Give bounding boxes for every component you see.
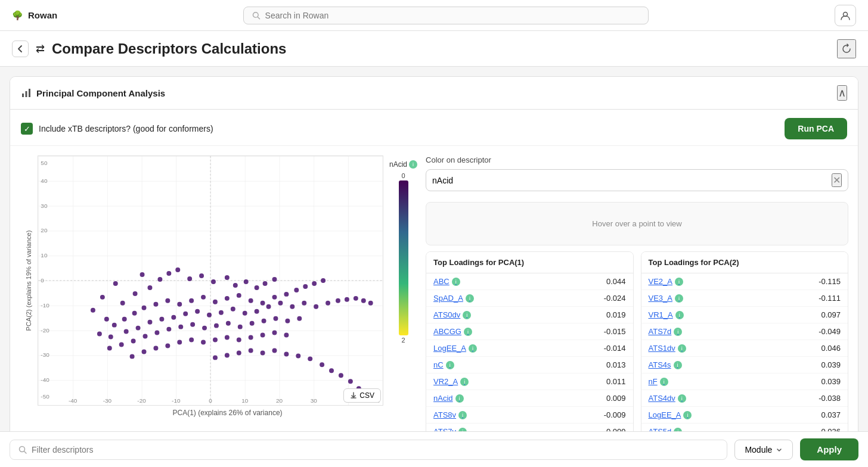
svg-point-128 bbox=[237, 350, 241, 355]
svg-text:50: 50 bbox=[41, 160, 48, 166]
svg-point-53 bbox=[142, 306, 147, 310]
svg-point-55 bbox=[165, 298, 170, 303]
filter-descriptors-input[interactable] bbox=[32, 445, 718, 454]
loading-name[interactable]: VE3_A i bbox=[649, 294, 683, 303]
svg-point-40 bbox=[187, 276, 192, 281]
loading-name[interactable]: VR2_A i bbox=[433, 377, 469, 386]
pca-body: PCA(2) (explains 19% of variance) bbox=[10, 146, 858, 450]
back-button[interactable] bbox=[12, 41, 29, 57]
loading-name[interactable]: LogEE_A i bbox=[649, 410, 692, 419]
color-descriptor-input[interactable] bbox=[432, 176, 832, 185]
loading-name[interactable]: VR1_A i bbox=[649, 310, 684, 319]
info-icon[interactable]: i bbox=[455, 394, 464, 403]
loading-name[interactable]: ATS0dv i bbox=[433, 310, 471, 319]
svg-point-77 bbox=[183, 312, 188, 316]
info-icon[interactable]: i bbox=[683, 411, 692, 419]
svg-point-30 bbox=[140, 272, 145, 277]
info-icon[interactable]: i bbox=[460, 378, 469, 386]
loading-value: 0.013 bbox=[606, 360, 626, 369]
svg-point-64 bbox=[272, 295, 277, 300]
search-bar[interactable] bbox=[243, 7, 649, 24]
loading-name[interactable]: ATS1dv i bbox=[649, 344, 686, 353]
loading-name[interactable]: VE2_A i bbox=[649, 277, 683, 286]
info-icon[interactable]: i bbox=[446, 361, 454, 369]
loading-name[interactable]: SpAD_A i bbox=[433, 294, 474, 303]
svg-point-83 bbox=[255, 309, 259, 314]
loadings-pca1-list: ABC i 0.044 SpAD_A i -0.024 ATS0dv i 0.0… bbox=[426, 273, 633, 440]
info-icon[interactable]: i bbox=[452, 278, 460, 286]
svg-point-125 bbox=[284, 333, 289, 338]
table-row: LogEE_A i -0.014 bbox=[426, 340, 633, 357]
loading-name[interactable]: nC i bbox=[433, 360, 454, 369]
info-icon[interactable]: i bbox=[469, 344, 477, 353]
info-icon[interactable]: i bbox=[464, 328, 472, 336]
page-header: ⇄ Compare Descriptors Calculations bbox=[0, 31, 868, 67]
chart-area: PCA(2) (explains 19% of variance) bbox=[20, 155, 417, 440]
refresh-button[interactable] bbox=[837, 39, 856, 58]
svg-point-75 bbox=[159, 317, 164, 322]
info-icon[interactable]: i bbox=[678, 394, 686, 403]
info-icon[interactable]: i bbox=[674, 328, 682, 336]
loadings-pca1-table: Top Loadings for PCA(1) ABC i 0.044 SpAD… bbox=[426, 251, 633, 440]
loading-name[interactable]: ATS7d i bbox=[649, 327, 683, 336]
table-row: nF i 0.039 bbox=[641, 373, 848, 390]
table-row: ATS4s i 0.039 bbox=[641, 357, 848, 373]
info-icon[interactable]: i bbox=[675, 278, 683, 286]
loading-name[interactable]: ATS4dv i bbox=[649, 394, 686, 403]
table-row: ATS0dv i 0.019 bbox=[426, 307, 633, 323]
info-icon[interactable]: i bbox=[463, 311, 471, 319]
info-icon[interactable]: i bbox=[675, 311, 684, 319]
loading-name[interactable]: nAcid i bbox=[433, 394, 464, 403]
loadings-row: Top Loadings for PCA(1) ABC i 0.044 SpAD… bbox=[426, 251, 848, 440]
search-icon bbox=[252, 11, 261, 20]
info-icon[interactable]: i bbox=[678, 344, 686, 353]
svg-point-122 bbox=[249, 335, 253, 340]
svg-point-135 bbox=[320, 362, 324, 367]
svg-point-62 bbox=[249, 298, 253, 303]
search-input[interactable] bbox=[265, 11, 640, 20]
svg-point-73 bbox=[136, 326, 141, 331]
svg-point-120 bbox=[225, 335, 230, 340]
info-icon[interactable]: i bbox=[674, 361, 682, 369]
info-icon[interactable]: i bbox=[675, 294, 683, 303]
svg-point-137 bbox=[339, 373, 343, 378]
svg-point-35 bbox=[133, 291, 138, 296]
loading-name[interactable]: ATS8v i bbox=[433, 410, 467, 419]
compare-icon: ⇄ bbox=[36, 42, 45, 55]
info-icon[interactable]: i bbox=[466, 294, 474, 303]
loading-name[interactable]: ABCGG i bbox=[433, 327, 472, 336]
svg-point-92 bbox=[354, 296, 358, 301]
apply-button[interactable]: Apply bbox=[800, 438, 858, 460]
svg-point-110 bbox=[285, 319, 290, 323]
loading-name[interactable]: ABC i bbox=[433, 277, 460, 286]
scatter-chart: 0 -40 -30 -20 -10 10 20 30 40 50 0 10 bbox=[38, 155, 383, 406]
svg-point-87 bbox=[302, 301, 306, 306]
include-xtb-checkbox[interactable]: ✓ Include xTB descriptors? (good for con… bbox=[21, 123, 213, 135]
table-row: VR1_A i 0.097 bbox=[641, 307, 848, 323]
svg-point-105 bbox=[226, 321, 231, 326]
svg-text:20: 20 bbox=[276, 397, 283, 404]
svg-point-54 bbox=[153, 302, 158, 307]
collapse-button[interactable]: ∧ bbox=[837, 85, 847, 101]
svg-point-59 bbox=[213, 300, 218, 304]
pca-panel-header: Principal Component Analysis ∧ bbox=[10, 77, 858, 110]
csv-download-button[interactable]: CSV bbox=[343, 388, 381, 403]
loading-name[interactable]: LogEE_A i bbox=[433, 344, 477, 353]
avatar-button[interactable] bbox=[835, 5, 856, 26]
svg-point-85 bbox=[278, 301, 283, 306]
table-row: ABC i 0.044 bbox=[426, 273, 633, 290]
clear-descriptor-button[interactable]: ✕ bbox=[832, 173, 842, 187]
color-descriptor-label: Color on descriptor bbox=[426, 155, 848, 164]
filter-input-wrap[interactable] bbox=[10, 440, 727, 460]
module-button[interactable]: Module bbox=[734, 440, 793, 460]
loading-name[interactable]: ATS4s i bbox=[649, 360, 682, 369]
svg-point-109 bbox=[273, 316, 278, 321]
loading-name[interactable]: nF i bbox=[649, 377, 668, 386]
info-icon[interactable]: i bbox=[458, 411, 467, 419]
main-content: Principal Component Analysis ∧ ✓ Include… bbox=[0, 67, 868, 460]
color-descriptor-input-wrap[interactable]: ✕ bbox=[426, 169, 848, 191]
run-pca-button[interactable]: Run PCA bbox=[785, 118, 847, 139]
svg-line-1 bbox=[258, 17, 259, 18]
color-bar-info-icon[interactable]: i bbox=[409, 160, 417, 169]
info-icon[interactable]: i bbox=[660, 378, 668, 386]
